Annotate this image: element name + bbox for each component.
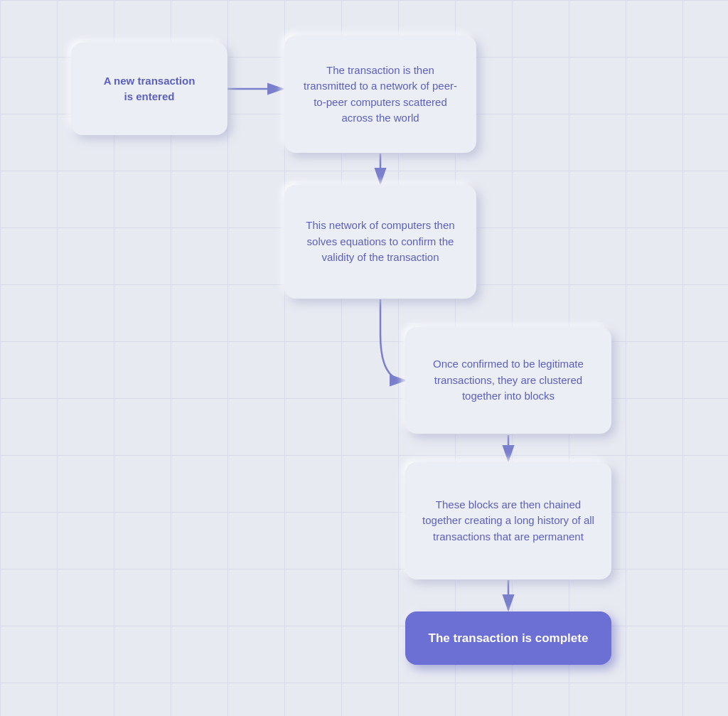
box6-text: The transaction is complete (429, 629, 589, 648)
box1: A new transactionis entered (71, 43, 228, 135)
box5: These blocks are then chained together c… (405, 462, 611, 579)
box5-text: These blocks are then chained together c… (419, 497, 597, 545)
box2: The transaction is then transmitted to a… (284, 36, 476, 153)
box3: This network of computers then solves eq… (284, 185, 476, 299)
flowchart: A new transactionis enteredThe transacti… (0, 0, 728, 716)
box2-text: The transaction is then transmitted to a… (299, 63, 462, 127)
box6: The transaction is complete (405, 611, 611, 665)
box4: Once confirmed to be legitimate transact… (405, 327, 611, 434)
box1-text: A new transactionis entered (104, 73, 196, 105)
box4-text: Once confirmed to be legitimate transact… (419, 356, 597, 405)
box3-text: This network of computers then solves eq… (299, 218, 462, 266)
